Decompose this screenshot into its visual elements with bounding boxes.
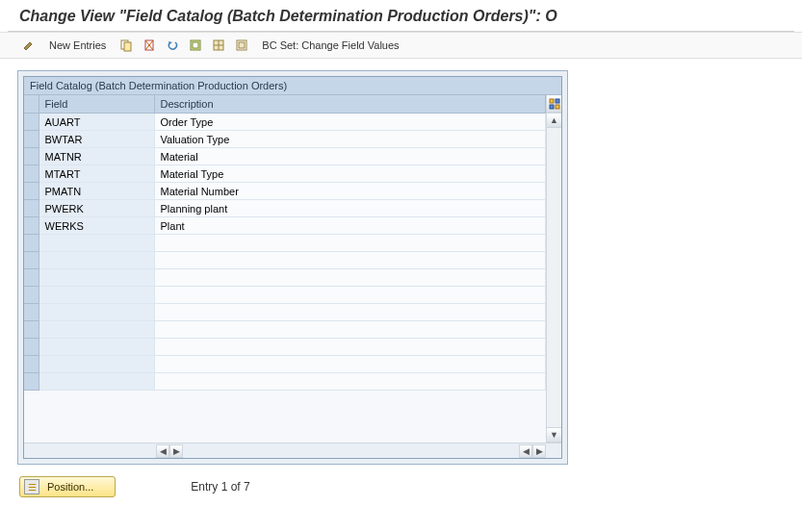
- column-header-field[interactable]: Field: [39, 95, 154, 114]
- table-row-empty: [24, 269, 546, 287]
- table-caption: Field Catalog (Batch Determination Produ…: [24, 77, 561, 95]
- row-selector[interactable]: [24, 114, 39, 131]
- undo-icon[interactable]: [163, 36, 182, 55]
- cell-description[interactable]: Planning plant: [154, 200, 546, 217]
- select-all-icon[interactable]: [186, 36, 205, 55]
- table-row: MTARTMaterial Type: [24, 165, 546, 183]
- row-selector[interactable]: [24, 235, 39, 252]
- position-button[interactable]: ☰ Position...: [19, 476, 116, 497]
- row-selector[interactable]: [24, 339, 39, 356]
- table-row: MATNRMaterial: [24, 148, 546, 165]
- table-container: Field Catalog (Batch Determination Produ…: [23, 76, 562, 459]
- vertical-scrollbar[interactable]: ▲ ▼: [546, 95, 561, 443]
- cell-field[interactable]: PWERK: [39, 200, 154, 217]
- row-selector-header[interactable]: [24, 95, 39, 114]
- cell-description[interactable]: Material: [154, 148, 546, 165]
- copy-icon[interactable]: [116, 36, 136, 55]
- cell-description[interactable]: Material Type: [154, 165, 546, 183]
- cell-description[interactable]: [154, 356, 546, 373]
- scroll-left-end-icon[interactable]: ◀: [519, 444, 532, 458]
- entry-counter: Entry 1 of 7: [191, 480, 249, 494]
- cell-description[interactable]: [154, 252, 546, 269]
- scroll-down-icon[interactable]: ▼: [547, 427, 561, 443]
- scroll-right-icon[interactable]: ▶: [169, 444, 183, 458]
- svg-rect-7: [239, 42, 245, 48]
- cell-description[interactable]: [154, 373, 546, 391]
- table-row-empty: [24, 287, 546, 304]
- row-selector[interactable]: [24, 321, 39, 339]
- deselect-all-icon[interactable]: [232, 36, 251, 55]
- table-row: PWERKPlanning plant: [24, 200, 546, 217]
- table-row-empty: [24, 356, 546, 373]
- table-row: AUARTOrder Type: [24, 114, 546, 131]
- horizontal-scrollbar[interactable]: ◀ ▶ ◀ ▶: [24, 443, 561, 458]
- cell-description[interactable]: Order Type: [154, 114, 546, 131]
- svg-rect-1: [124, 42, 131, 51]
- toggle-edit-icon[interactable]: [19, 36, 39, 55]
- cell-field[interactable]: [39, 339, 154, 356]
- svg-rect-11: [556, 105, 559, 109]
- position-icon: ☰: [24, 479, 39, 494]
- cell-field[interactable]: [39, 321, 154, 339]
- cell-field[interactable]: [39, 252, 154, 269]
- delete-icon[interactable]: [140, 36, 159, 55]
- cell-field[interactable]: [39, 373, 154, 391]
- select-block-icon[interactable]: [209, 36, 228, 55]
- table: Field Description AUARTOrder TypeBWTARVa…: [24, 95, 546, 391]
- row-selector[interactable]: [24, 217, 39, 235]
- row-selector[interactable]: [24, 287, 39, 304]
- row-selector[interactable]: [24, 165, 39, 183]
- cell-field[interactable]: MATNR: [39, 148, 154, 165]
- cell-field[interactable]: [39, 304, 154, 321]
- bc-set-button[interactable]: BC Set: Change Field Values: [255, 36, 405, 55]
- row-selector[interactable]: [24, 131, 39, 148]
- scroll-left-icon[interactable]: ◀: [156, 444, 169, 458]
- cell-field[interactable]: BWTAR: [39, 131, 154, 148]
- cell-description[interactable]: [154, 321, 546, 339]
- cell-field[interactable]: WERKS: [39, 217, 154, 235]
- column-header-description[interactable]: Description: [154, 95, 546, 114]
- cell-field[interactable]: MTART: [39, 165, 154, 183]
- table-row-empty: [24, 339, 546, 356]
- svg-rect-10: [550, 105, 554, 109]
- table-row: WERKSPlant: [24, 217, 546, 235]
- new-entries-button[interactable]: New Entries: [42, 36, 113, 55]
- cell-description[interactable]: Valuation Type: [154, 131, 546, 148]
- cell-description[interactable]: [154, 269, 546, 287]
- table-row: BWTARValuation Type: [24, 131, 546, 148]
- row-selector[interactable]: [24, 183, 39, 200]
- table-settings-icon[interactable]: [547, 95, 561, 113]
- row-selector[interactable]: [24, 148, 39, 165]
- cell-description[interactable]: Material Number: [154, 183, 546, 200]
- table-row: PMATNMaterial Number: [24, 183, 546, 200]
- cell-field[interactable]: [39, 269, 154, 287]
- svg-rect-8: [550, 99, 554, 103]
- cell-field[interactable]: [39, 356, 154, 373]
- content-frame: Field Catalog (Batch Determination Produ…: [17, 70, 568, 465]
- cell-field[interactable]: [39, 287, 154, 304]
- cell-description[interactable]: [154, 339, 546, 356]
- cell-field[interactable]: [39, 235, 154, 252]
- row-selector[interactable]: [24, 200, 39, 217]
- cell-description[interactable]: [154, 287, 546, 304]
- table-row-empty: [24, 304, 546, 321]
- scroll-right-end-icon[interactable]: ▶: [532, 444, 546, 458]
- row-selector[interactable]: [24, 356, 39, 373]
- row-selector[interactable]: [24, 304, 39, 321]
- row-selector[interactable]: [24, 373, 39, 391]
- cell-field[interactable]: PMATN: [39, 183, 154, 200]
- row-selector[interactable]: [24, 269, 39, 287]
- scroll-up-icon[interactable]: ▲: [547, 113, 561, 128]
- table-row-empty: [24, 252, 546, 269]
- table-header-row: Field Description: [24, 95, 546, 114]
- row-selector[interactable]: [24, 252, 39, 269]
- cell-description[interactable]: Plant: [154, 217, 546, 235]
- cell-field[interactable]: AUART: [39, 114, 154, 131]
- cell-description[interactable]: [154, 304, 546, 321]
- table-row-empty: [24, 321, 546, 339]
- scroll-track[interactable]: [547, 128, 561, 427]
- cell-description[interactable]: [154, 235, 546, 252]
- position-label: Position...: [47, 481, 93, 493]
- svg-rect-4: [193, 42, 198, 48]
- footer: ☰ Position... Entry 1 of 7: [0, 465, 802, 509]
